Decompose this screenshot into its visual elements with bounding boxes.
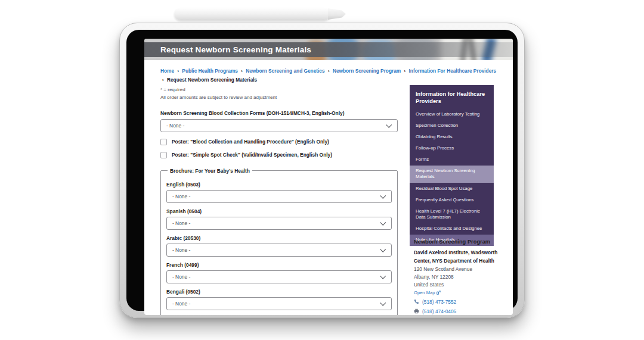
poster-simple-spot-row: Poster: "Simple Spot Check" (Valid/Inval… [160,152,398,158]
brochure-fieldset: Brochure: For Your Baby's Health English… [160,168,398,315]
stylus [174,8,346,20]
contact-organization: David Axelrod Institute, Wadsworth Cente… [414,249,503,266]
collection-forms-label: Newborn Screening Blood Collection Forms… [160,110,398,116]
brochure-spanish-label: Spanish (0504) [166,208,392,214]
brochure-english-value: - None - [172,194,190,199]
chevron-down-icon [380,219,386,225]
brochure-bengali-select[interactable]: - None - [166,297,392,310]
poster-blood-collection-label: Poster: "Blood Collection and Handling P… [172,139,329,145]
sidebar-item-residual-blood-spot-usage[interactable]: Residual Blood Spot Usage [410,183,494,194]
contact-address-line1: 120 New Scotland Avenue [414,266,503,273]
chevron-down-icon [386,121,392,127]
page-hero: Request Newborn Screening Materials [144,39,513,60]
breadcrumb-link-info-healthcare-providers[interactable]: Information For Healthcare Providers [409,68,497,74]
sidebar-item-frequently-asked-questions[interactable]: Frequently Asked Questions [410,194,494,205]
brochure-french-label: French (0499) [166,262,392,268]
brochure-bengali-value: - None - [172,301,190,307]
collection-forms-value: - None - [166,123,184,129]
collection-forms-select[interactable]: - None - [160,119,398,132]
stylus-body [174,8,330,20]
brochure-arabic-label: Arabic (20530) [166,235,392,241]
sidebar-info-healthcare-providers: Information for Healthcare Providers Ove… [410,85,494,246]
sidebar-item-specimen-collection[interactable]: Specimen Collection [410,120,494,131]
sidebar-item-request-newborn-screening-materials[interactable]: Request Newborn Screening Materials [410,166,494,183]
page-title: Request Newborn Screening Materials [160,45,311,54]
sidebar-item-hospital-contacts-designee[interactable]: Hospital Contacts and Designee [410,223,494,235]
breadcrumb-current: Request Newborn Screening Materials [167,77,257,83]
external-link-icon [436,291,441,295]
brochure-field-french: French (0499) - None - [166,262,392,283]
breadcrumb-separator: › [328,68,330,74]
adjustment-note: All order amounts are subject to review … [160,94,398,102]
brochure-bengali-label: Bengali (0502) [166,289,392,295]
brochure-field-english: English (0503) - None - [166,182,392,203]
browser-viewport: Request Newborn Screening Materials Home… [144,39,513,315]
hero-title-band: Request Newborn Screening Materials [144,42,513,57]
breadcrumb-separator: › [241,68,243,74]
contact-block: Newborn Screening Program David Axelrod … [414,239,503,315]
brochure-english-label: English (0503) [166,182,392,188]
contact-address-line3: United States [414,281,503,289]
brochure-spanish-select[interactable]: - None - [166,217,392,230]
sidebar-item-hl7-electronic-data-submission[interactable]: Health Level 7 (HL7) Electronic Data Sub… [410,205,494,223]
open-map-link[interactable]: Open Map [414,290,435,295]
chevron-down-icon [380,300,386,305]
order-form: * = required All order amounts are subje… [160,86,398,315]
breadcrumb-separator: › [177,68,179,74]
breadcrumb-separator: › [162,77,164,83]
poster-blood-collection-checkbox[interactable] [160,139,167,145]
brochure-english-select[interactable]: - None - [166,190,392,203]
tablet-device: Request Newborn Screening Materials Home… [119,23,525,318]
breadcrumb-link-newborn-screening-genetics[interactable]: Newborn Screening and Genetics [246,68,324,74]
poster-blood-collection-row: Poster: "Blood Collection and Handling P… [160,139,398,145]
sidebar-title: Information for Healthcare Providers [410,85,494,108]
poster-simple-spot-label: Poster: "Simple Spot Check" (Valid/Inval… [172,152,332,158]
sidebar-item-obtaining-results[interactable]: Obtaining Results [410,131,494,142]
poster-simple-spot-checkbox[interactable] [160,152,167,158]
contact-title: Newborn Screening Program [414,239,503,245]
sidebar-item-follow-up-process[interactable]: Follow-up Process [410,143,494,154]
brochure-french-value: - None - [172,274,190,280]
phone-link[interactable]: (518) 473-7552 [422,299,456,305]
brochure-spanish-value: - None - [172,220,190,226]
chevron-down-icon [380,192,386,198]
brochure-arabic-value: - None - [172,247,190,253]
brochure-legend: Brochure: For Your Baby's Health [168,168,252,174]
required-note: * = required [160,86,398,94]
brochure-arabic-select[interactable]: - None - [166,244,392,257]
brochure-field-arabic: Arabic (20530) - None - [166,235,392,257]
sidebar-item-forms[interactable]: Forms [410,154,494,166]
fax-link[interactable]: (518) 474-0405 [422,308,456,314]
phone-icon [414,299,419,304]
contact-address-line2: Albany, NY 12208 [414,273,503,281]
brochure-field-spanish: Spanish (0504) - None - [166,208,392,230]
fax-icon [414,308,419,314]
breadcrumb-link-newborn-screening-program[interactable]: Newborn Screening Program [333,68,401,74]
breadcrumb-link-public-health-programs[interactable]: Public Health Programs [182,68,238,74]
breadcrumb-link-home[interactable]: Home [160,68,174,74]
breadcrumb: Home › Public Health Programs › Newborn … [160,67,498,85]
brochure-french-select[interactable]: - None - [166,270,392,283]
breadcrumb-separator: › [404,68,406,74]
sidebar-item-overview-laboratory-testing[interactable]: Overview of Laboratory Testing [410,108,494,120]
brochure-field-bengali: Bengali (0502) - None - [166,289,392,310]
tablet-bezel: Request Newborn Screening Materials Home… [126,30,518,311]
stylus-tip [328,8,346,20]
chevron-down-icon [380,246,386,252]
chevron-down-icon [380,273,386,279]
